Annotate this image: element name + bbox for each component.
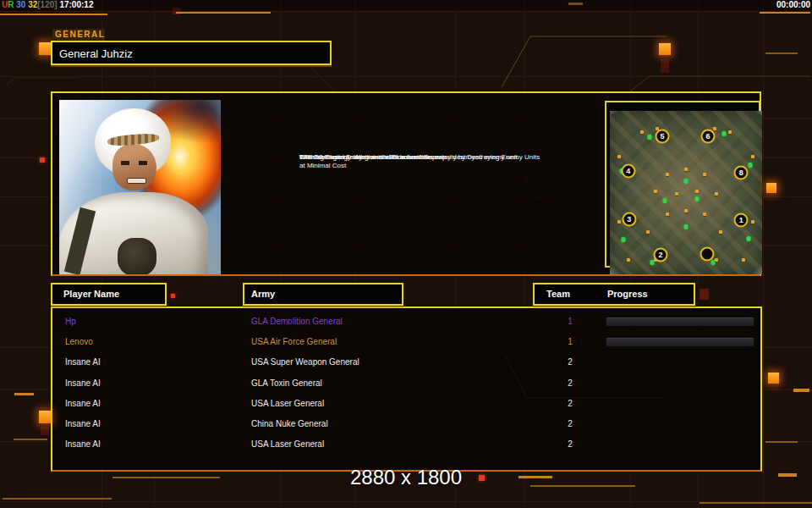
general-name-value: General Juhziz (59, 47, 133, 60)
table-row: Insane AI China Nuke General 2 (52, 414, 760, 434)
player-name: Insane AI (65, 378, 101, 388)
resource-dot (742, 258, 745, 262)
player-army: GLA Toxin General (251, 378, 322, 388)
resource-dot (675, 192, 678, 196)
player-army: USA Super Weapon General (251, 357, 359, 367)
decor-line (14, 393, 34, 395)
resource-dot (703, 213, 706, 216)
player-name: Insane AI (65, 419, 101, 428)
decor-line (700, 502, 812, 504)
supply-dot (694, 196, 699, 202)
table-row: Insane AI GLA Toxin General 2 (52, 373, 760, 394)
player-name: Insane AI (65, 399, 101, 408)
player-team: 2 (557, 439, 583, 449)
decor-line (14, 439, 47, 440)
table-row: Lenovo USA Air Force General 1 (52, 332, 760, 352)
resource-dot (666, 173, 669, 176)
portrait-fist (118, 238, 156, 274)
start-position-marker (700, 246, 714, 261)
resource-dot (751, 220, 754, 224)
supply-dot (746, 236, 750, 241)
resource-dot (684, 209, 688, 213)
decor-square (768, 373, 779, 384)
supply-dot (662, 198, 667, 203)
player-team: 2 (557, 399, 583, 408)
resource-dot (703, 173, 706, 176)
resource-dot (646, 230, 650, 234)
general-info-panel: Winning Strategy: Attrition and Economic… (51, 91, 761, 276)
start-position-marker: 3 (622, 212, 636, 226)
decor-line (176, 12, 271, 14)
decor-square (700, 289, 709, 300)
header-army: Army (243, 283, 403, 306)
map-rocks-decor (749, 262, 762, 274)
progress-bar (606, 337, 754, 347)
supply-dot (647, 135, 651, 140)
resource-dot (715, 192, 718, 196)
player-team: 1 (557, 317, 583, 326)
player-army: USA Air Force General (251, 337, 337, 346)
resource-dot (751, 155, 754, 158)
supply-dot (748, 163, 752, 168)
debug-segment: 30 (14, 0, 25, 9)
progress-bar (606, 317, 754, 327)
player-name: Insane AI (65, 357, 101, 367)
resource-dot (666, 213, 669, 216)
decor-square (766, 183, 776, 193)
player-team: 2 (557, 357, 583, 367)
player-team: 2 (557, 419, 583, 428)
decor-square (39, 411, 51, 423)
resource-dot (715, 258, 718, 262)
decor-square (659, 43, 671, 55)
decor-square (171, 294, 175, 298)
map-preview-frame: 5648312 (605, 101, 760, 268)
resource-dot (617, 155, 621, 158)
player-team: 2 (557, 378, 583, 388)
start-position-marker: 8 (734, 165, 749, 179)
supply-dot (722, 131, 727, 136)
player-army: USA Laser General (251, 439, 324, 449)
table-row: Insane AI USA Super Weapon General 2 (52, 352, 760, 373)
player-army: GLA Demolition General (251, 317, 343, 326)
start-position-marker: 2 (653, 247, 667, 262)
table-row: Insane AI USA Laser General 2 (52, 394, 760, 414)
general-name-field[interactable]: General Juhziz (51, 41, 332, 65)
general-tab-label: GENERAL (52, 29, 105, 41)
start-position-marker: 1 (734, 213, 749, 228)
header-player-name: Player Name (51, 283, 167, 306)
decor-line (3, 498, 112, 500)
player-army: USA Laser General (251, 399, 324, 408)
resource-dot (713, 127, 716, 130)
resource-dot (654, 190, 657, 193)
start-position-marker: 4 (621, 163, 635, 178)
resource-dot (617, 220, 621, 224)
resource-dot (719, 230, 722, 234)
header-team: Team (546, 289, 570, 299)
decor-square (39, 42, 51, 55)
decor-line (765, 52, 798, 54)
header-team-progress: Team Progress (533, 283, 695, 306)
decor-line (793, 389, 809, 392)
supply-dot (684, 224, 689, 229)
map-rocks-decor (610, 262, 623, 274)
resource-dot (627, 258, 630, 262)
resource-dot (728, 130, 732, 134)
decor-square (661, 59, 669, 73)
resolution-text: 2880 x 1800 (0, 466, 812, 489)
start-position-marker: 6 (700, 129, 715, 143)
decor-square (40, 157, 45, 163)
debug-segment: [120] (37, 0, 57, 9)
decor-line (760, 12, 810, 14)
decor-square (41, 427, 49, 435)
resource-dot (684, 168, 688, 171)
player-team: 1 (557, 337, 583, 346)
portrait-mouth (127, 178, 146, 184)
header-progress: Progress (607, 289, 648, 299)
game-timer: 00:00:00 (776, 0, 810, 9)
player-name: Hp (65, 317, 76, 326)
decor-line (0, 14, 107, 15)
debug-segment: 17:00:12 (58, 0, 94, 9)
start-position-marker: 5 (656, 129, 670, 143)
map-rocks-decor (610, 111, 623, 119)
player-army: China Nuke General (251, 419, 328, 428)
